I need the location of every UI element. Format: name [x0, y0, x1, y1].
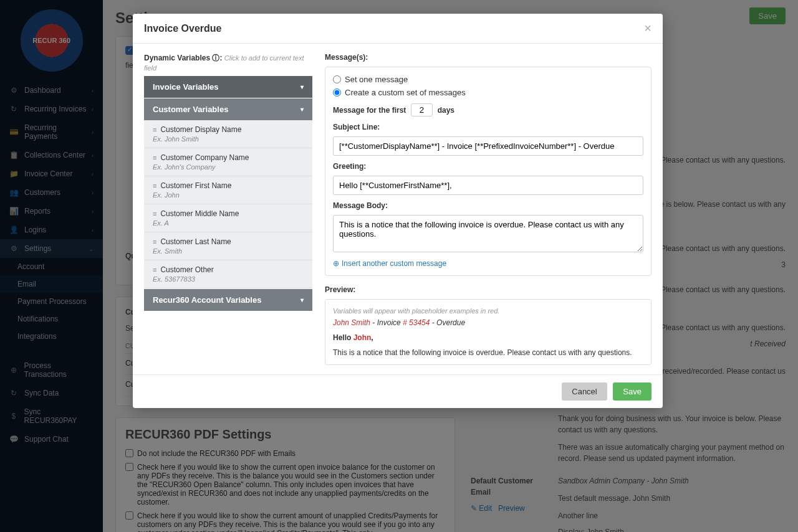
drag-icon: ≡ [153, 182, 156, 189]
messages-label: Message(s): [325, 53, 651, 62]
plus-circle-icon: ⊕ [333, 259, 339, 268]
subject-label: Subject Line: [333, 123, 643, 131]
invoice-overdue-modal: Invoice Overdue × Dynamic Variables ⓘ: C… [133, 14, 663, 408]
var-customer-middle-name[interactable]: ≡Customer Middle NameEx. A [144, 204, 312, 232]
body-label: Message Body: [333, 201, 643, 210]
drag-icon: ≡ [153, 210, 156, 217]
var-customer-company-name[interactable]: ≡Customer Company NameEx. John's Company [144, 148, 312, 176]
var-customer-other[interactable]: ≡Customer OtherEx. 53677833 [144, 260, 312, 288]
subject-input[interactable] [333, 136, 643, 156]
drag-icon: ≡ [153, 154, 156, 161]
var-customer-first-name[interactable]: ≡Customer First NameEx. John [144, 176, 312, 204]
caret-down-icon: ▾ [300, 83, 304, 90]
drag-icon: ≡ [153, 238, 156, 245]
radio-set-one-message[interactable] [333, 75, 341, 83]
preview-label: Preview: [325, 285, 651, 294]
var-customer-display-name[interactable]: ≡Customer Display NameEx. John Smith [144, 120, 312, 148]
days-input[interactable] [411, 103, 433, 116]
cancel-button[interactable]: Cancel [562, 382, 607, 401]
dynamic-variables-label: Dynamic Variables ⓘ: Click to add to cur… [144, 53, 312, 72]
greeting-label: Greeting: [333, 162, 643, 171]
caret-down-icon: ▾ [300, 106, 304, 113]
var-customer-last-name[interactable]: ≡Customer Last NameEx. Smith [144, 232, 312, 260]
accordion-invoice-variables[interactable]: Invoice Variables▾ [144, 76, 312, 98]
greeting-input[interactable] [333, 176, 643, 195]
drag-icon: ≡ [153, 266, 156, 273]
preview-box: Variables will appear with placeholder e… [325, 299, 651, 365]
accordion-customer-variables[interactable]: Customer Variables▾ [144, 98, 312, 120]
close-icon[interactable]: × [644, 21, 651, 36]
insert-another-message-link[interactable]: ⊕Insert another custom message [333, 259, 446, 268]
info-icon: ⓘ [212, 54, 219, 62]
caret-down-icon: ▾ [300, 297, 304, 303]
radio-custom-set[interactable] [333, 88, 341, 97]
accordion-recur360-variables[interactable]: Recur360 Account Variables▾ [144, 289, 312, 311]
drag-icon: ≡ [153, 126, 156, 133]
save-button[interactable]: Save [613, 382, 651, 401]
body-textarea[interactable] [333, 215, 643, 252]
modal-title: Invoice Overdue [144, 23, 222, 34]
